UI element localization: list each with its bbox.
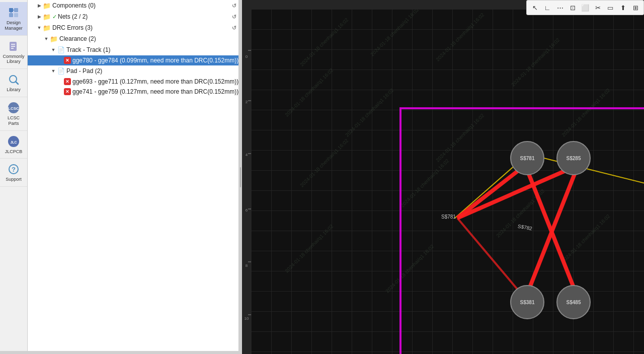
- component-label-ss381-bl: S$381: [520, 300, 535, 305]
- toolbar-btn-scissors[interactable]: ✂: [592, 2, 603, 13]
- svg-text:6: 6: [246, 208, 248, 213]
- component-ss781-tl: S$781: [510, 141, 544, 175]
- component-label-ss485-br: S$485: [567, 300, 581, 305]
- pcb-drawing[interactable]: 2024-01-18 chenhai/q1 16:02 2024-01-18 c…: [251, 9, 644, 354]
- panel-resize-handle[interactable]: [28, 351, 239, 354]
- left-ruler: 0 2 4 6 8 10: [242, 0, 251, 354]
- svg-text:10: 10: [245, 316, 249, 321]
- error-icon-err3: ✕: [64, 88, 71, 95]
- toggle-drc-errors[interactable]: [36, 24, 43, 31]
- svg-rect-0: [9, 8, 13, 12]
- folder-icon-drc: 📁: [43, 24, 51, 32]
- tree-node-err3[interactable]: ✕ gge741 - gge759 (0.127mm, need more th…: [28, 87, 238, 97]
- folder-icon-clearance: 📁: [50, 35, 58, 43]
- sidebar-item-label-library: Library: [7, 87, 21, 93]
- tree-node-drc-errors[interactable]: 📁 DRC Errors (3) ↺: [28, 22, 238, 33]
- svg-text:0: 0: [246, 54, 248, 59]
- svg-text:2: 2: [246, 100, 248, 104]
- error-icon-err2: ✕: [64, 78, 71, 85]
- sidebar-item-design-manager[interactable]: Design Manager: [0, 2, 27, 36]
- label-components: Components (0): [52, 2, 230, 9]
- tree-node-clearance[interactable]: 📁 Clearance (2): [28, 33, 238, 44]
- watermark-8: 2024-01-18 chenhai/q1 16:02: [284, 223, 334, 273]
- sidebar: Design Manager CommonlyLibrary Library L…: [0, 0, 28, 354]
- tree-node-err2[interactable]: ✕ gge693 - gge711 (0.127mm, need more th…: [28, 77, 238, 87]
- component-ss285-tr: S$285: [556, 141, 591, 175]
- watermark-1: 2024-01-18 chenhai/q1 16:02: [299, 17, 349, 67]
- label-clearance: Clearance (2): [59, 35, 236, 42]
- svg-text:JLC: JLC: [10, 140, 17, 144]
- svg-text:8: 8: [246, 263, 248, 268]
- tree-node-err1[interactable]: ✕ gge780 - gge784 (0.099mm, need more th…: [28, 55, 238, 65]
- svg-rect-3: [14, 13, 18, 17]
- component-label-ss781-tl: S$781: [520, 156, 535, 161]
- label-err2: gge693 - gge711 (0.127mm, need more than…: [72, 78, 238, 85]
- jlcpcb-icon: JLC: [7, 135, 20, 148]
- sidebar-item-label-design-manager: Design Manager: [2, 20, 25, 31]
- toolbar-btn-arrow[interactable]: ↖: [529, 2, 540, 13]
- toggle-pad-pad[interactable]: [50, 67, 57, 75]
- svg-text:4: 4: [246, 153, 248, 157]
- watermark-4: 2024-01-18 chenhai/q1 16:02: [344, 87, 394, 137]
- toolbar-btn-box3[interactable]: ▭: [605, 2, 616, 13]
- folder-icon-components: 📁: [43, 2, 51, 10]
- label-drc-errors: DRC Errors (3): [52, 24, 230, 31]
- sidebar-item-lcsc[interactable]: LCSC LCSCParts: [0, 97, 27, 131]
- toggle-track-track[interactable]: [50, 46, 57, 53]
- tree-node-nets[interactable]: 📁 ✓ Nets (2 / 2) ↺: [28, 11, 238, 22]
- lcsc-icon: LCSC: [7, 101, 20, 114]
- sidebar-item-label-lcsc: LCSCParts: [8, 115, 20, 126]
- pcb-canvas-area[interactable]: ↖ ∟ ⋯ ⊡ ⬜ ✂ ▭ ⬆ ⊞ 0 2 4 6 8 10: [242, 0, 644, 354]
- toolbar-btn-box2[interactable]: ⬜: [580, 2, 591, 13]
- sidebar-item-jlcpcb[interactable]: JLC JLCPCB: [0, 131, 27, 159]
- check-icon-nets: ✓: [52, 14, 57, 20]
- label-err1: gge780 - gge784 (0.099mm, need more than…: [72, 57, 238, 64]
- panel-scroll[interactable]: 📁 Components (0) ↺ 📁 ✓ Nets (2 / 2) ↺ 📁 …: [28, 0, 238, 354]
- tree-node-components[interactable]: 📁 Components (0) ↺: [28, 0, 238, 11]
- folder-icon-nets: 📁: [43, 13, 51, 21]
- support-icon: ?: [7, 163, 20, 176]
- sidebar-item-library[interactable]: Library: [0, 69, 27, 97]
- toolbar-btn-box1[interactable]: ⊡: [567, 2, 578, 13]
- design-manager-icon: [7, 6, 20, 19]
- toolbar-btn-dotted[interactable]: ⋯: [554, 2, 566, 13]
- sidebar-item-label-commonly-library: CommonlyLibrary: [3, 54, 24, 65]
- label-track-track: Track - Track (1): [66, 46, 236, 53]
- commonly-library-icon: [7, 40, 20, 53]
- toolbar-btn-grid[interactable]: ⊞: [630, 2, 641, 13]
- svg-text:LCSC: LCSC: [8, 106, 19, 111]
- watermark-2: 2024-01-18 chenhai/q1 16:02: [369, 9, 420, 57]
- label-err3: gge741 - gge759 (0.127mm, need more than…: [72, 88, 238, 95]
- watermark-11: 2024-01-18 chenhai/q1 16:02: [510, 37, 560, 87]
- svg-text:?: ?: [12, 166, 16, 173]
- refresh-drc[interactable]: ↺: [232, 25, 236, 31]
- watermark-6: 2024-01-18 chenhai/q1 16:02: [299, 137, 349, 188]
- toggle-components[interactable]: [36, 2, 43, 9]
- component-label-ss285-tr: S$285: [567, 156, 581, 161]
- tree-node-track-track[interactable]: 📄 Track - Track (1): [28, 44, 238, 55]
- watermark-3: 2024-01-18 chenhai/q1 16:02: [284, 67, 334, 117]
- toggle-nets[interactable]: [36, 13, 43, 20]
- doc-icon-track-track: 📄: [57, 46, 65, 54]
- sidebar-item-commonly-library[interactable]: CommonlyLibrary: [0, 36, 27, 69]
- sidebar-item-label-jlcpcb: JLCPCB: [5, 149, 23, 155]
- label-pad-pad: Pad - Pad (2): [66, 67, 236, 75]
- tree-node-pad-pad[interactable]: 📄 Pad - Pad (2): [28, 65, 238, 77]
- svg-line-11: [16, 82, 18, 84]
- design-manager-panel: 📁 Components (0) ↺ 📁 ✓ Nets (2 / 2) ↺ 📁 …: [28, 0, 239, 354]
- toolbar-btn-arrow-up[interactable]: ⬆: [617, 2, 628, 13]
- toolbar: ↖ ∟ ⋯ ⊡ ⬜ ✂ ▭ ⬆ ⊞: [526, 0, 644, 15]
- doc-icon-pad-pad: 📄: [57, 67, 65, 75]
- error-icon-err1: ✕: [64, 57, 71, 64]
- label-nets: Nets (2 / 2): [58, 13, 230, 20]
- component-ss381-bl: S$381: [510, 285, 544, 319]
- svg-rect-1: [14, 8, 18, 12]
- svg-rect-2: [9, 13, 13, 17]
- sidebar-item-support[interactable]: ? Support: [0, 159, 27, 187]
- library-icon: [7, 73, 20, 86]
- refresh-components[interactable]: ↺: [232, 3, 236, 9]
- sidebar-item-label-support: Support: [6, 177, 22, 182]
- toggle-clearance[interactable]: [43, 35, 50, 42]
- refresh-nets[interactable]: ↺: [232, 14, 236, 20]
- toolbar-btn-angle[interactable]: ∟: [542, 2, 553, 13]
